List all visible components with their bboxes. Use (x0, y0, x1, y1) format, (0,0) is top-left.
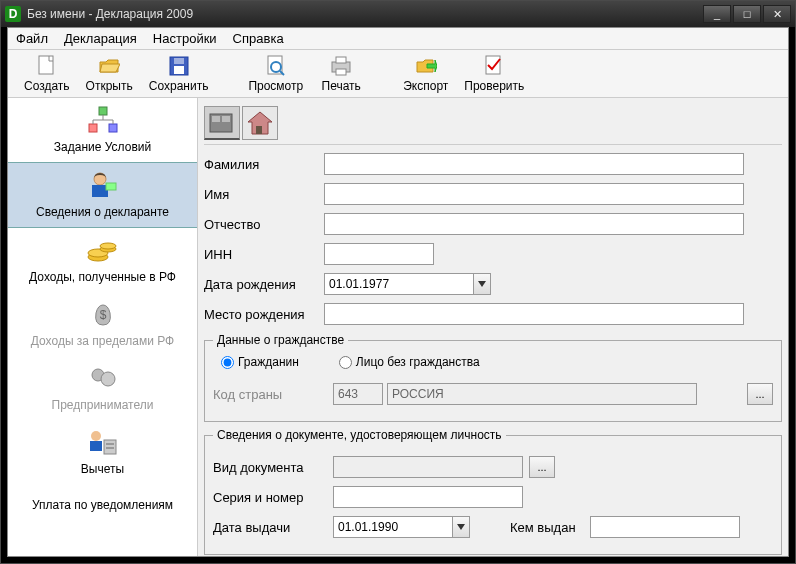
toolbar: Создать Открыть Сохранить Просмотр Печат… (8, 50, 788, 98)
cabinet-icon (208, 110, 236, 136)
minimize-button[interactable]: _ (703, 5, 731, 23)
preview-button[interactable]: Просмотр (240, 53, 311, 95)
country-name-input (387, 383, 697, 405)
menu-declaration[interactable]: Декларация (64, 31, 137, 46)
export-button[interactable]: Экспорт (395, 53, 456, 95)
svg-point-24 (100, 243, 116, 249)
maximize-button[interactable]: □ (733, 5, 761, 23)
preview-icon (265, 55, 287, 77)
dob-dropdown-button[interactable] (473, 273, 491, 295)
folder-open-icon (98, 55, 120, 77)
app-window: D Без имени - Декларация 2009 _ □ ✕ Файл… (0, 0, 796, 564)
country-code-label: Код страны (213, 387, 333, 402)
patronymic-label: Отчество (204, 217, 324, 232)
dob-label: Дата рождения (204, 277, 324, 292)
inn-input[interactable] (324, 243, 434, 265)
app-icon: D (5, 6, 21, 22)
sidebar: Задание Условий Сведения о декларанте До… (8, 98, 198, 556)
sidebar-item-deductions[interactable]: Вычеты (8, 420, 197, 484)
identity-fieldset: Сведения о документе, удостоверяющем лич… (204, 428, 782, 555)
country-browse-button[interactable]: ... (747, 383, 773, 405)
tabbar (204, 102, 782, 140)
sidebar-item-conditions[interactable]: Задание Условий (8, 98, 197, 162)
check-button[interactable]: Проверить (456, 53, 532, 95)
inn-label: ИНН (204, 247, 324, 262)
new-file-icon (36, 55, 58, 77)
person-card-icon (86, 169, 120, 203)
close-button[interactable]: ✕ (763, 5, 791, 23)
save-icon (168, 55, 190, 77)
name-input[interactable] (324, 183, 744, 205)
birthplace-input[interactable] (324, 303, 744, 325)
print-button[interactable]: Печать (311, 53, 371, 95)
svg-rect-11 (99, 107, 107, 115)
check-icon (483, 55, 505, 77)
svg-rect-20 (106, 183, 116, 190)
svg-text:$: $ (99, 308, 106, 322)
svg-rect-9 (336, 69, 346, 75)
chevron-down-icon (478, 281, 486, 287)
business-icon (88, 362, 118, 396)
issue-date-input[interactable] (333, 516, 453, 538)
issued-by-input[interactable] (590, 516, 740, 538)
svg-point-28 (91, 431, 101, 441)
export-icon (415, 55, 437, 77)
sidebar-item-entrepreneurs[interactable]: Предприниматели (8, 356, 197, 420)
patronymic-input[interactable] (324, 213, 744, 235)
issued-by-label: Кем выдан (510, 520, 590, 535)
main-panel: Фамилия Имя Отчество ИНН Дата рождения (198, 98, 788, 556)
svg-rect-29 (90, 441, 102, 451)
dob-input[interactable] (324, 273, 474, 295)
window-title: Без имени - Декларация 2009 (27, 7, 703, 21)
doc-type-browse-button[interactable]: ... (529, 456, 555, 478)
svg-rect-13 (109, 124, 117, 132)
chevron-down-icon (457, 524, 465, 530)
tab-address[interactable] (242, 106, 278, 140)
country-code-input (333, 383, 383, 405)
sidebar-item-notifications[interactable]: Уплата по уведомлениям (8, 484, 197, 520)
surname-label: Фамилия (204, 157, 324, 172)
money-bag-icon: $ (88, 298, 118, 332)
doc-type-input (333, 456, 523, 478)
svg-point-27 (101, 372, 115, 386)
citizenship-legend: Данные о гражданстве (213, 333, 348, 347)
name-label: Имя (204, 187, 324, 202)
svg-rect-8 (336, 57, 346, 63)
svg-rect-2 (174, 66, 184, 74)
identity-legend: Сведения о документе, удостоверяющем лич… (213, 428, 506, 442)
svg-rect-0 (39, 56, 53, 74)
deductions-icon (86, 426, 120, 460)
tree-icon (86, 104, 120, 138)
printer-icon (330, 55, 352, 77)
surname-input[interactable] (324, 153, 744, 175)
coins-icon (86, 234, 120, 268)
menu-settings[interactable]: Настройки (153, 31, 217, 46)
stateless-radio[interactable]: Лицо без гражданства (339, 355, 480, 369)
birthplace-label: Место рождения (204, 307, 324, 322)
sidebar-item-income-rf[interactable]: Доходы, полученные в РФ (8, 228, 197, 292)
series-label: Серия и номер (213, 490, 333, 505)
menu-help[interactable]: Справка (233, 31, 284, 46)
citizen-radio[interactable]: Гражданин (221, 355, 299, 369)
menu-file[interactable]: Файл (16, 31, 48, 46)
house-icon (246, 110, 274, 136)
menubar: Файл Декларация Настройки Справка (8, 28, 788, 50)
citizenship-fieldset: Данные о гражданстве Гражданин Лицо без … (204, 333, 782, 422)
titlebar: D Без имени - Декларация 2009 _ □ ✕ (1, 1, 795, 27)
doc-type-label: Вид документа (213, 460, 333, 475)
svg-rect-12 (89, 124, 97, 132)
sidebar-item-declarant[interactable]: Сведения о декларанте (8, 162, 197, 228)
svg-rect-35 (222, 116, 230, 122)
issue-date-label: Дата выдачи (213, 520, 333, 535)
open-button[interactable]: Открыть (78, 53, 141, 95)
tab-personal[interactable] (204, 106, 240, 140)
issue-date-dropdown-button[interactable] (452, 516, 470, 538)
series-input[interactable] (333, 486, 523, 508)
svg-rect-34 (212, 116, 220, 122)
svg-rect-36 (256, 126, 262, 134)
save-button[interactable]: Сохранить (141, 53, 217, 95)
create-button[interactable]: Создать (16, 53, 78, 95)
sidebar-item-income-foreign[interactable]: $ Доходы за пределами РФ (8, 292, 197, 356)
svg-rect-30 (104, 440, 116, 454)
svg-rect-3 (174, 58, 184, 64)
